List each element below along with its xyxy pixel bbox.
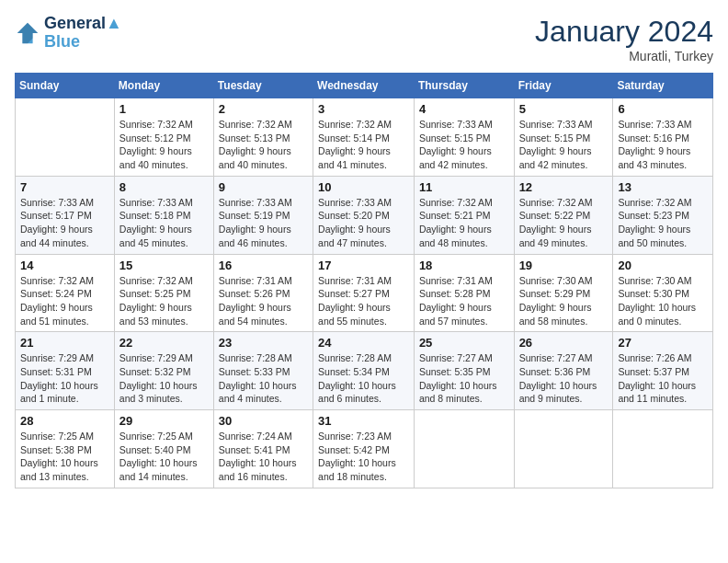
day-info: Sunrise: 7:30 AMSunset: 5:30 PMDaylight:… xyxy=(618,274,708,328)
logo-line1: General▲ xyxy=(44,15,122,33)
day-info: Sunrise: 7:24 AMSunset: 5:41 PMDaylight:… xyxy=(219,430,308,484)
day-info: Sunrise: 7:25 AMSunset: 5:40 PMDaylight:… xyxy=(119,430,209,484)
day-info: Sunrise: 7:28 AMSunset: 5:33 PMDaylight:… xyxy=(219,351,308,406)
calendar-cell: 23Sunrise: 7:28 AMSunset: 5:33 PMDayligh… xyxy=(213,332,313,410)
calendar-cell: 28Sunrise: 7:25 AMSunset: 5:38 PMDayligh… xyxy=(16,410,115,488)
calendar-cell: 15Sunrise: 7:32 AMSunset: 5:25 PMDayligh… xyxy=(114,254,213,332)
calendar-cell: 12Sunrise: 7:32 AMSunset: 5:22 PMDayligh… xyxy=(514,176,613,254)
day-info: Sunrise: 7:29 AMSunset: 5:32 PMDaylight:… xyxy=(119,351,209,406)
calendar-cell: 20Sunrise: 7:30 AMSunset: 5:30 PMDayligh… xyxy=(613,254,713,332)
day-info: Sunrise: 7:32 AMSunset: 5:23 PMDaylight:… xyxy=(618,196,708,250)
day-number: 20 xyxy=(618,259,708,272)
calendar-cell: 5Sunrise: 7:33 AMSunset: 5:15 PMDaylight… xyxy=(514,98,613,177)
calendar-cell: 13Sunrise: 7:32 AMSunset: 5:23 PMDayligh… xyxy=(613,176,713,254)
logo: General▲ Blue xyxy=(15,15,122,52)
day-info: Sunrise: 7:32 AMSunset: 5:25 PMDaylight:… xyxy=(119,274,209,328)
calendar-cell: 14Sunrise: 7:32 AMSunset: 5:24 PMDayligh… xyxy=(16,254,115,332)
logo-line2: Blue xyxy=(44,33,122,52)
month-title: January 2024 xyxy=(535,15,713,49)
day-info: Sunrise: 7:29 AMSunset: 5:31 PMDaylight:… xyxy=(20,351,109,406)
day-number: 2 xyxy=(219,102,308,116)
day-number: 11 xyxy=(419,180,509,194)
calendar-cell: 27Sunrise: 7:26 AMSunset: 5:37 PMDayligh… xyxy=(613,332,713,410)
calendar-week-5: 28Sunrise: 7:25 AMSunset: 5:38 PMDayligh… xyxy=(16,410,713,488)
calendar-cell: 10Sunrise: 7:33 AMSunset: 5:20 PMDayligh… xyxy=(313,176,415,254)
calendar-cell xyxy=(514,410,613,488)
weekday-header-monday: Monday xyxy=(114,74,213,98)
calendar-cell: 7Sunrise: 7:33 AMSunset: 5:17 PMDaylight… xyxy=(16,176,115,254)
day-number: 25 xyxy=(419,336,509,350)
day-number: 16 xyxy=(219,259,308,272)
day-info: Sunrise: 7:27 AMSunset: 5:36 PMDaylight:… xyxy=(519,351,609,406)
calendar-cell xyxy=(613,410,713,488)
calendar-week-3: 14Sunrise: 7:32 AMSunset: 5:24 PMDayligh… xyxy=(16,254,713,332)
calendar-cell xyxy=(16,98,115,177)
day-number: 12 xyxy=(519,180,609,194)
svg-marker-1 xyxy=(17,23,38,43)
day-number: 14 xyxy=(20,259,109,272)
day-info: Sunrise: 7:30 AMSunset: 5:29 PMDaylight:… xyxy=(519,274,609,328)
day-number: 28 xyxy=(20,414,109,428)
calendar-cell: 25Sunrise: 7:27 AMSunset: 5:35 PMDayligh… xyxy=(414,332,514,410)
calendar-cell: 30Sunrise: 7:24 AMSunset: 5:41 PMDayligh… xyxy=(213,410,313,488)
calendar-cell: 2Sunrise: 7:32 AMSunset: 5:13 PMDaylight… xyxy=(213,98,313,177)
calendar-cell: 21Sunrise: 7:29 AMSunset: 5:31 PMDayligh… xyxy=(16,332,115,410)
calendar-cell: 19Sunrise: 7:30 AMSunset: 5:29 PMDayligh… xyxy=(514,254,613,332)
location: Muratli, Turkey xyxy=(535,49,713,63)
day-number: 27 xyxy=(618,336,708,350)
day-number: 6 xyxy=(618,102,708,116)
day-info: Sunrise: 7:32 AMSunset: 5:13 PMDaylight:… xyxy=(219,118,308,172)
day-info: Sunrise: 7:33 AMSunset: 5:20 PMDaylight:… xyxy=(318,196,409,250)
day-number: 4 xyxy=(419,102,509,116)
calendar-cell: 22Sunrise: 7:29 AMSunset: 5:32 PMDayligh… xyxy=(114,332,213,410)
calendar-cell: 16Sunrise: 7:31 AMSunset: 5:26 PMDayligh… xyxy=(213,254,313,332)
day-info: Sunrise: 7:33 AMSunset: 5:18 PMDaylight:… xyxy=(119,196,209,250)
calendar-cell: 29Sunrise: 7:25 AMSunset: 5:40 PMDayligh… xyxy=(114,410,213,488)
weekday-header-sunday: Sunday xyxy=(16,74,115,98)
calendar-cell: 18Sunrise: 7:31 AMSunset: 5:28 PMDayligh… xyxy=(414,254,514,332)
logo-icon xyxy=(15,20,40,46)
calendar-week-4: 21Sunrise: 7:29 AMSunset: 5:31 PMDayligh… xyxy=(16,332,713,410)
day-info: Sunrise: 7:33 AMSunset: 5:19 PMDaylight:… xyxy=(219,196,308,250)
day-info: Sunrise: 7:32 AMSunset: 5:12 PMDaylight:… xyxy=(119,118,209,172)
day-number: 15 xyxy=(119,259,209,272)
day-number: 19 xyxy=(519,259,609,272)
day-number: 21 xyxy=(20,336,109,350)
calendar-cell: 9Sunrise: 7:33 AMSunset: 5:19 PMDaylight… xyxy=(213,176,313,254)
calendar-week-2: 7Sunrise: 7:33 AMSunset: 5:17 PMDaylight… xyxy=(16,176,713,254)
day-info: Sunrise: 7:33 AMSunset: 5:15 PMDaylight:… xyxy=(519,118,609,172)
weekday-header-friday: Friday xyxy=(514,74,613,98)
day-info: Sunrise: 7:33 AMSunset: 5:16 PMDaylight:… xyxy=(618,118,708,172)
day-number: 1 xyxy=(119,102,209,116)
day-info: Sunrise: 7:33 AMSunset: 5:15 PMDaylight:… xyxy=(419,118,509,172)
day-number: 18 xyxy=(419,259,509,272)
calendar-header-row: SundayMondayTuesdayWednesdayThursdayFrid… xyxy=(16,74,713,98)
day-number: 22 xyxy=(119,336,209,350)
day-info: Sunrise: 7:31 AMSunset: 5:27 PMDaylight:… xyxy=(318,274,409,328)
calendar-table: SundayMondayTuesdayWednesdayThursdayFrid… xyxy=(15,73,713,488)
day-number: 5 xyxy=(519,102,609,116)
page-header: General▲ Blue January 2024 Muratli, Turk… xyxy=(15,15,713,63)
day-number: 17 xyxy=(318,259,409,272)
day-info: Sunrise: 7:25 AMSunset: 5:38 PMDaylight:… xyxy=(20,430,109,484)
day-info: Sunrise: 7:28 AMSunset: 5:34 PMDaylight:… xyxy=(318,351,409,406)
day-number: 7 xyxy=(20,180,109,194)
calendar-cell xyxy=(414,410,514,488)
calendar-cell: 8Sunrise: 7:33 AMSunset: 5:18 PMDaylight… xyxy=(114,176,213,254)
day-info: Sunrise: 7:31 AMSunset: 5:26 PMDaylight:… xyxy=(219,274,308,328)
day-number: 26 xyxy=(519,336,609,350)
calendar-cell: 17Sunrise: 7:31 AMSunset: 5:27 PMDayligh… xyxy=(313,254,415,332)
calendar-week-1: 1Sunrise: 7:32 AMSunset: 5:12 PMDaylight… xyxy=(16,98,713,177)
day-info: Sunrise: 7:23 AMSunset: 5:42 PMDaylight:… xyxy=(318,430,409,484)
day-info: Sunrise: 7:32 AMSunset: 5:21 PMDaylight:… xyxy=(419,196,509,250)
title-block: January 2024 Muratli, Turkey xyxy=(535,15,713,63)
calendar-cell: 4Sunrise: 7:33 AMSunset: 5:15 PMDaylight… xyxy=(414,98,514,177)
day-info: Sunrise: 7:32 AMSunset: 5:24 PMDaylight:… xyxy=(20,274,109,328)
day-number: 29 xyxy=(119,414,209,428)
day-info: Sunrise: 7:32 AMSunset: 5:22 PMDaylight:… xyxy=(519,196,609,250)
day-number: 31 xyxy=(318,414,409,428)
calendar-cell: 3Sunrise: 7:32 AMSunset: 5:14 PMDaylight… xyxy=(313,98,415,177)
calendar-cell: 6Sunrise: 7:33 AMSunset: 5:16 PMDaylight… xyxy=(613,98,713,177)
weekday-header-saturday: Saturday xyxy=(613,74,713,98)
weekday-header-wednesday: Wednesday xyxy=(313,74,415,98)
